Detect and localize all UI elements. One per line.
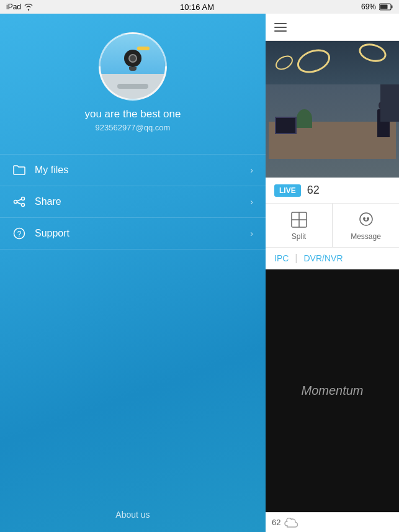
svg-rect-1 [392,6,393,9]
split-button[interactable]: Split [266,204,333,247]
user-name: you are the best one [84,108,181,120]
status-bar: iPad 10:16 AM 69% [0,0,399,14]
svg-rect-2 [380,5,388,9]
sidebar-item-share[interactable]: Share › [0,186,266,218]
sidebar-item-support[interactable]: ? Support › [0,218,266,250]
chat-icon [356,210,376,230]
support-label: Support [35,228,69,239]
svg-text:?: ? [17,230,22,238]
svg-point-5 [22,204,25,207]
svg-point-3 [22,197,25,201]
battery-icon [379,3,393,11]
cloud-icon [284,518,298,528]
svg-point-13 [360,213,372,225]
live-bar: LIVE 62 [266,178,399,203]
split-label: Split [292,232,306,241]
avatar [99,32,167,101]
battery-percentage: 69% [361,2,376,11]
camera-feed [266,41,399,178]
camera-thumbnail: Momentum [266,269,399,512]
menu-items: My files › Share [0,154,266,250]
bottom-status: 62 [266,512,399,532]
status-left: iPad [6,2,33,11]
chevron-right-icon: › [250,165,253,175]
camera-image [266,41,399,178]
tab-dvr-nvr[interactable]: DVR/NVR [304,253,343,263]
svg-point-15 [367,218,368,219]
tabs-bar: IPC | DVR/NVR [266,247,399,269]
folder-icon [12,163,26,177]
user-email: 923562977@qq.com [96,123,171,132]
status-right: 69% [361,2,393,11]
tab-ipc[interactable]: IPC [274,253,289,263]
left-panel: you are the best one 923562977@qq.com My… [0,14,266,532]
hamburger-line [274,27,287,28]
controls-bar: Split Message [266,203,399,247]
time-display: 10:16 AM [180,2,214,12]
grid-icon [289,210,309,230]
message-button[interactable]: Message [333,204,399,247]
light-ring [357,41,388,65]
help-icon: ? [12,227,26,240]
light-ring [294,45,334,78]
hamburger-line [274,30,287,32]
about-us-button[interactable]: About us [115,510,150,520]
chevron-right-icon: › [250,228,253,238]
tab-divider: | [295,253,297,264]
hamburger-line [274,23,287,24]
right-panel: LIVE 62 Split [266,14,399,532]
share-icon [12,195,26,209]
sidebar-item-my-files[interactable]: My files › [0,154,266,186]
live-count: 62 [307,184,320,197]
svg-point-14 [363,218,364,219]
momentum-watermark: Momentum [301,384,363,398]
wifi-icon [24,4,33,11]
right-header [266,14,399,41]
my-files-label: My files [35,165,68,176]
ipad-label: iPad [6,2,21,11]
svg-line-7 [17,202,22,204]
message-label: Message [351,232,381,241]
avatar-section: you are the best one 923562977@qq.com [84,32,181,132]
share-label: Share [35,196,61,207]
svg-line-6 [17,199,22,201]
camera-number: 62 [272,518,280,527]
live-badge: LIVE [274,184,301,197]
main-container: you are the best one 923562977@qq.com My… [0,14,399,532]
svg-point-4 [14,201,17,204]
hamburger-menu[interactable] [274,23,287,32]
chevron-right-icon: › [250,197,253,207]
